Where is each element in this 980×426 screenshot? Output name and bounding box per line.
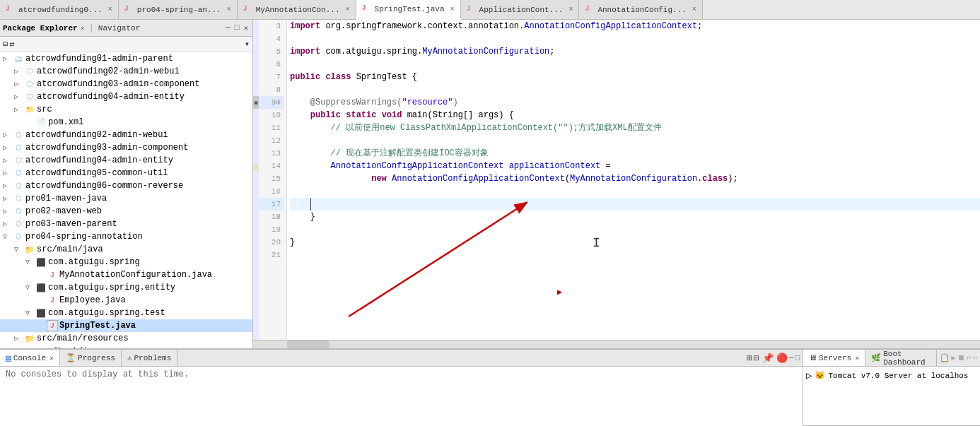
scrollbar-thumb[interactable] bbox=[287, 341, 329, 348]
code-line-11: // 以前使用new ClassPathXmlApplicationContex… bbox=[290, 122, 980, 134]
horizontal-scrollbar[interactable] bbox=[253, 340, 980, 348]
expand-arrow[interactable]: ▽ bbox=[14, 245, 24, 254]
collapse-all-icon[interactable]: ⊟ bbox=[3, 39, 8, 49]
tree-item-src[interactable]: ▷ 📁 src bbox=[0, 103, 252, 116]
tree-container[interactable]: ▷ 🗂 atcrowdfunding01-admin-parent ▷ ⬡ at… bbox=[0, 52, 252, 348]
tree-item-pkg-entity[interactable]: ▽ ⬛ com.atguigu.spring.entity bbox=[0, 281, 252, 294]
navigator-tab[interactable]: Navigator bbox=[98, 24, 140, 32]
console-tab-x[interactable]: ✕ bbox=[49, 354, 54, 362]
tab-problems[interactable]: ⚠ Problems bbox=[122, 350, 177, 366]
expand-arrow[interactable]: ▷ bbox=[14, 334, 24, 343]
expand-arrow[interactable]: ▷ bbox=[3, 182, 13, 190]
stop-icon[interactable]: 🔴 bbox=[776, 353, 788, 364]
view-menu-icon[interactable]: ▾ bbox=[245, 39, 250, 49]
publish-server-icon[interactable]: ↩ bbox=[967, 353, 972, 362]
tree-item-springtest-java[interactable]: J SpringTest.java bbox=[0, 319, 252, 332]
clear-console-icon[interactable]: ⊞ bbox=[747, 353, 752, 364]
scroll-lock-icon[interactable]: ⊟ bbox=[754, 353, 759, 364]
ln-6: 6 bbox=[259, 58, 284, 71]
expand-arrow[interactable]: ▷ bbox=[3, 220, 13, 228]
expand-arrow[interactable]: ▷ bbox=[3, 131, 13, 139]
bottom-panel: ▤ Console ✕ ⏳ Progress ⚠ Problems ⊞ ⊟ 📌 … bbox=[0, 348, 980, 426]
tree-item-atcrowdfunding03-child[interactable]: ▷ ⬡ atcrowdfunding03-admin-component bbox=[0, 78, 252, 90]
tree-item-atcrowdfunding04-child[interactable]: ▷ ⬡ atcrowdfunding04-admin-entity bbox=[0, 90, 252, 103]
expand-arrow[interactable]: ▷ bbox=[14, 67, 24, 76]
tab-myannotation[interactable]: J MyAnnotationCon... × bbox=[238, 0, 356, 19]
tree-item-atcrowdfunding04[interactable]: ▷ ⬡ atcrowdfunding04-admin-entity bbox=[0, 154, 252, 167]
tab-pro04-spring[interactable]: J pro04-spring-an... × bbox=[119, 0, 238, 19]
tab-close-icon[interactable]: × bbox=[568, 6, 573, 13]
tree-item-pro02[interactable]: ▷ ⬡ pro02-maven-web bbox=[0, 205, 252, 218]
code-editor[interactable]: ◉ ⚠ bbox=[253, 20, 980, 340]
tree-item-atcrowdfunding03[interactable]: ▷ ⬡ atcrowdfunding03-admin-component bbox=[0, 141, 252, 154]
expand-arrow[interactable]: ▷ bbox=[14, 80, 24, 88]
tab-applicationcont[interactable]: J ApplicationCont... × bbox=[461, 0, 580, 19]
tree-item-employee-java[interactable]: J Employee.java bbox=[0, 294, 252, 307]
expand-arrow[interactable]: ▷ bbox=[3, 156, 13, 165]
tree-item-myannotation-java[interactable]: J MyAnnotationConfiguration.java bbox=[0, 268, 252, 281]
tree-item-pro03[interactable]: ▷ ⬡ pro03-maven-parent bbox=[0, 218, 252, 230]
tab-boot-dashboard[interactable]: 🌿 Boot Dashboard bbox=[865, 350, 937, 366]
tab-close-icon[interactable]: × bbox=[227, 6, 231, 13]
maximize-icon[interactable]: □ bbox=[233, 23, 241, 33]
tree-item-srcmainjava[interactable]: ▽ 📁 src/main/java bbox=[0, 243, 252, 256]
tree-item-pro01[interactable]: ▷ ⬡ pro01-maven-java bbox=[0, 192, 252, 205]
expand-arrow[interactable]: ▷ bbox=[3, 169, 13, 177]
expand-arrow[interactable]: ▽ bbox=[3, 232, 13, 241]
package-explorer: Package Explorer ✕ | Navigator ─ □ ✕ ⊟ ⇄… bbox=[0, 20, 253, 348]
servers-body[interactable]: ▷ 🐱 Tomcat v7.0 Server at localhos bbox=[803, 367, 980, 425]
tab-progress[interactable]: ⏳ Progress bbox=[60, 350, 122, 366]
expand-arrow[interactable]: ▽ bbox=[25, 258, 35, 266]
tomcat-arrow-icon[interactable]: ▷ bbox=[806, 369, 812, 381]
expand-arrow[interactable]: ▷ bbox=[14, 93, 24, 101]
tree-item-atcrowdfunding02-child[interactable]: ▷ ⬡ atcrowdfunding02-admin-webui bbox=[0, 65, 252, 78]
link-editor-icon[interactable]: ⇄ bbox=[9, 39, 14, 49]
start-server-icon[interactable]: ▶ bbox=[951, 353, 956, 362]
xml-icon: 📄 bbox=[35, 117, 47, 128]
ln-7: 7 bbox=[259, 71, 284, 83]
tree-item-pro04[interactable]: ▽ ⬡ pro04-spring-annotation bbox=[0, 230, 252, 243]
tomcat-server-label: Tomcat v7.0 Server at localhos bbox=[828, 372, 968, 380]
tree-item-atcrowdfunding06[interactable]: ▷ ⬡ atcrowdfunding06-common-reverse bbox=[0, 179, 252, 192]
tab-close-icon[interactable]: × bbox=[346, 6, 350, 13]
tab-close-icon[interactable]: × bbox=[108, 6, 112, 13]
ln-17: 17 bbox=[259, 198, 284, 211]
new-server-icon[interactable]: 📋 bbox=[940, 353, 950, 362]
minimize-icon[interactable]: ─ bbox=[224, 23, 232, 33]
code-line-14: AnnotationConfigApplicationContext appli… bbox=[290, 160, 980, 172]
tab-atcrowdfunding0[interactable]: J atcrowdfunding0... × bbox=[0, 0, 119, 19]
expand-arrow[interactable]: ▷ bbox=[3, 54, 13, 63]
tab-close-icon[interactable]: × bbox=[450, 6, 455, 13]
expand-arrow[interactable]: ▷ bbox=[3, 143, 13, 152]
tomcat-server-item[interactable]: ▷ 🐱 Tomcat v7.0 Server at localhos bbox=[806, 368, 977, 383]
tree-item-atcrowdfunding02[interactable]: ▷ ⬡ atcrowdfunding02-admin-webui bbox=[0, 129, 252, 141]
tree-item-pkg-spring[interactable]: ▽ ⬛ com.atguigu.spring bbox=[0, 256, 252, 268]
ln-10: 10 bbox=[259, 109, 284, 122]
minimize-console-icon[interactable]: ─ bbox=[789, 354, 794, 362]
expand-arrow[interactable]: ▷ bbox=[3, 207, 13, 215]
tree-item-atcrowdfunding01[interactable]: ▷ 🗂 atcrowdfunding01-admin-parent bbox=[0, 52, 252, 65]
tree-item-srcmainresources[interactable]: ▷ 📁 src/main/resources bbox=[0, 332, 252, 345]
close-icon[interactable]: ✕ bbox=[242, 23, 250, 33]
code-content[interactable]: import org.springframework.context.annot… bbox=[287, 20, 980, 340]
pin-icon[interactable]: 📌 bbox=[762, 353, 774, 364]
tab-close-icon[interactable]: × bbox=[692, 6, 696, 13]
expand-arrow[interactable]: ▽ bbox=[25, 309, 35, 317]
code-line-12 bbox=[290, 134, 980, 147]
code-line-8 bbox=[290, 83, 980, 96]
java-file-icon: J bbox=[362, 4, 372, 14]
expand-arrow[interactable]: ▽ bbox=[25, 283, 35, 292]
expand-arrow[interactable]: ▷ bbox=[3, 194, 13, 203]
tree-item-pomxml[interactable]: 📄 pom.xml bbox=[0, 116, 252, 129]
maximize-console-icon[interactable]: □ bbox=[795, 354, 800, 362]
tab-annotationconfig[interactable]: J AnnotationConfig... × bbox=[579, 0, 702, 19]
tree-item-atcrowdfunding05[interactable]: ▷ ⬡ atcrowdfunding05-common-util bbox=[0, 167, 252, 179]
stop-server-icon[interactable]: ⏹ bbox=[957, 353, 965, 362]
tab-springtest[interactable]: J SpringTest.java × bbox=[356, 0, 461, 20]
expand-arrow[interactable]: ▷ bbox=[14, 105, 24, 114]
tree-item-pkg-test[interactable]: ▽ ⬛ com.atguigu.spring.test bbox=[0, 307, 252, 319]
tab-console[interactable]: ▤ Console ✕ bbox=[0, 350, 60, 366]
tab-servers[interactable]: 🖥 Servers ✕ bbox=[803, 350, 865, 366]
more-server-icon[interactable]: ⋯ bbox=[972, 353, 977, 362]
servers-tab-x[interactable]: ✕ bbox=[855, 354, 859, 362]
